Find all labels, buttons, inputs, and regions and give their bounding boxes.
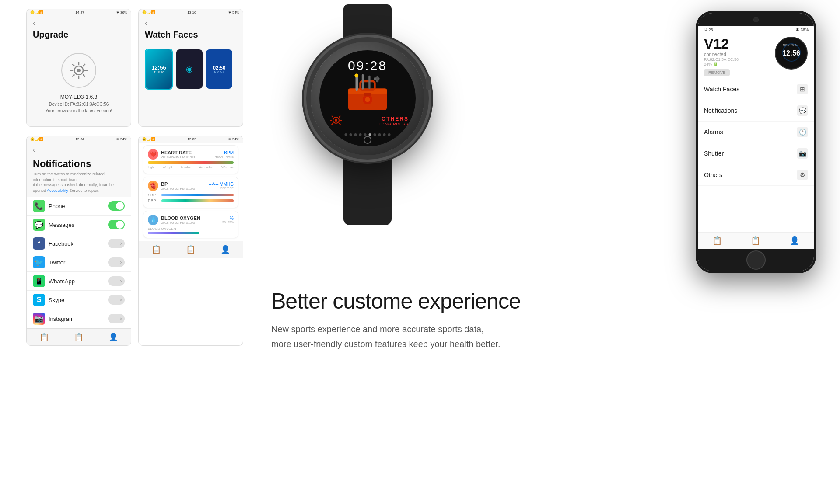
watchface-3-sub: STATUS	[214, 70, 224, 73]
facebook-app-name: Facebook	[49, 240, 74, 247]
notif-item-skype: S Skype	[27, 291, 131, 309]
dot-6-active	[369, 133, 371, 136]
twitter-toggle[interactable]	[108, 257, 125, 267]
facebook-toggle[interactable]	[108, 239, 125, 248]
watchface-thumb-3[interactable]: 02:56 STATUS	[206, 49, 232, 89]
upgrade-status-right: ✱ 36%	[116, 10, 127, 14]
hr-label-light: Light	[148, 166, 154, 169]
home-button[interactable]	[746, 250, 766, 270]
upgrade-screen: 😐🌙📶 14:27 ✱ 36% ‹ Upgrade	[26, 9, 131, 127]
phone-notch	[698, 13, 814, 26]
hr-label-anaerobic: Anaerobic	[199, 166, 213, 169]
whatsapp-app-icon: 📱	[33, 275, 45, 287]
watchface-thumb-2[interactable]: ◉	[176, 49, 203, 89]
device-mac: FA:82:C1:3A:CC:56	[704, 57, 771, 62]
notif-back-arrow[interactable]: ‹	[33, 146, 35, 154]
device-name: V12	[704, 37, 771, 51]
nav-icon-list[interactable]: 📋	[712, 236, 722, 246]
watch-others-text: OTHERS LONG PRESS	[378, 116, 409, 126]
upgrade-back-arrow[interactable]: ‹	[33, 19, 35, 27]
menu-watch-faces[interactable]: Watch Faces ⊞	[698, 79, 814, 100]
dbp-row: DBP	[148, 198, 234, 203]
watchfaces-back-arrow[interactable]: ‹	[145, 19, 147, 27]
notif-item-twitter: 🐦 Twitter	[27, 253, 131, 272]
svg-point-1	[77, 69, 80, 72]
notif-item-phone: 📞 Phone	[27, 197, 131, 216]
skype-toggle[interactable]	[108, 295, 125, 305]
instagram-toggle[interactable]	[108, 314, 125, 323]
watchface-thumb-1[interactable]: 12:56 TUE 20	[145, 49, 173, 90]
health-nav-icon-2[interactable]: 📋	[186, 245, 196, 254]
sbp-row: SBP	[148, 193, 234, 197]
upgrade-gear-icon	[61, 53, 96, 88]
watchface-1-time: 12:56	[151, 64, 166, 71]
watch-home-button[interactable]	[364, 136, 371, 144]
notif-item-facebook: f Facebook	[27, 234, 131, 253]
notif-status-bar: 😐🌙📶 13:04 ✱ 54%	[27, 136, 131, 143]
health-nav-icon-3[interactable]: 👤	[220, 245, 230, 254]
messages-toggle[interactable]	[108, 220, 125, 229]
svg-line-30	[339, 116, 341, 118]
svg-point-32	[783, 44, 800, 61]
thumb-bg-circle	[780, 42, 802, 63]
watchfaces-thumbnails: 12:56 TUE 20 ◉ 02:56 STATUS	[139, 44, 243, 98]
upgrade-status-time: 14:27	[75, 10, 84, 14]
watch-case: 09:28	[311, 42, 424, 155]
messages-app-icon: 💬	[33, 219, 45, 231]
device-battery: 24% 🔋	[704, 62, 771, 66]
watchface-blue-bg: 02:56 STATUS	[206, 49, 232, 89]
svg-line-6	[72, 64, 74, 66]
phone-toggle[interactable]	[108, 201, 125, 211]
bp-title: BP	[161, 181, 195, 187]
menu-alarms-icon: 🕐	[797, 127, 808, 137]
svg-point-20	[365, 97, 370, 102]
tagline-sub-line1: New sports experience and more accurate …	[271, 324, 484, 334]
watch-side-button[interactable]	[426, 76, 430, 90]
upgrade-version: MOY-ED3-1.6.3	[60, 94, 97, 100]
upgrade-title: Upgrade	[27, 30, 131, 44]
menu-shutter[interactable]: Shutter 📷	[698, 143, 814, 164]
o2-bar	[148, 232, 200, 234]
watchfaces-screen: 😐🌙📶 13:10 ✱ 54% ‹ Watch Faces 12:56 TUE …	[138, 9, 243, 127]
blood-oxygen-card: 💧 BLOOD OXYGEN 2018-05-03 PM 01:03 --- %…	[143, 211, 238, 238]
menu-others[interactable]: Others ⚙	[698, 164, 814, 186]
notif-item-whatsapp: 📱 WhatsApp	[27, 272, 131, 291]
watchfaces-status-right: ✱ 54%	[228, 10, 239, 14]
o2-bar-container: BLOOD OXYGEN	[148, 227, 234, 234]
skype-app-name: Skype	[49, 297, 64, 303]
health-nav-icon-1[interactable]: 📋	[151, 245, 161, 254]
remove-button[interactable]: REMOVE	[704, 69, 730, 76]
heart-rate-labels: Light Weight Aerobic Anaerobic VO₂ max	[148, 166, 234, 169]
nav-icon-home[interactable]: 📋	[751, 236, 760, 246]
tagline-sub-line2: more user-friendly custom features keep …	[271, 339, 500, 349]
twitter-app-icon: 🐦	[33, 256, 45, 268]
nav-icon-profile[interactable]: 👤	[790, 236, 799, 246]
accessibility-link[interactable]: Accessibility	[47, 188, 68, 193]
svg-rect-14	[362, 74, 364, 90]
bottom-screens-row: 😐🌙📶 13:04 ✱ 54% ‹ Notifications Turn on …	[26, 136, 271, 346]
o2-range: 96~99%	[222, 221, 234, 224]
notif-item-messages: 💬 Messages	[27, 216, 131, 234]
facebook-app-icon: f	[33, 237, 45, 250]
skype-app-icon: S	[33, 294, 45, 306]
watchfaces-header: ‹	[139, 16, 243, 30]
menu-watch-faces-icon: ⊞	[797, 84, 808, 94]
whatsapp-toggle[interactable]	[108, 276, 125, 286]
notif-nav-icon-2[interactable]: 📋	[74, 332, 84, 342]
smartwatch-container: 09:28	[262, 0, 472, 280]
svg-line-8	[83, 64, 85, 66]
notif-nav-icon-1[interactable]: 📋	[39, 332, 49, 342]
dbp-label: DBP	[148, 198, 159, 203]
dot-5	[364, 133, 367, 136]
upgrade-status-left: 😐🌙📶	[30, 10, 43, 14]
bp-icon: 🫀	[148, 181, 158, 191]
menu-notifications[interactable]: Notifications 💬	[698, 100, 814, 122]
bp-date: 2018-05-03 PM 01:03	[161, 187, 195, 191]
svg-rect-18	[376, 76, 379, 82]
bp-card: 🫀 BP 2018-05-03 PM 01:03 ---/--- MMHG SB…	[143, 177, 238, 208]
instagram-app-icon: 📷	[33, 313, 45, 325]
notif-nav-icon-3[interactable]: 👤	[108, 332, 118, 342]
heart-rate-unit: HEART RATE	[214, 155, 234, 158]
menu-alarms[interactable]: Alarms 🕐	[698, 122, 814, 143]
messages-app-name: Messages	[49, 222, 74, 228]
